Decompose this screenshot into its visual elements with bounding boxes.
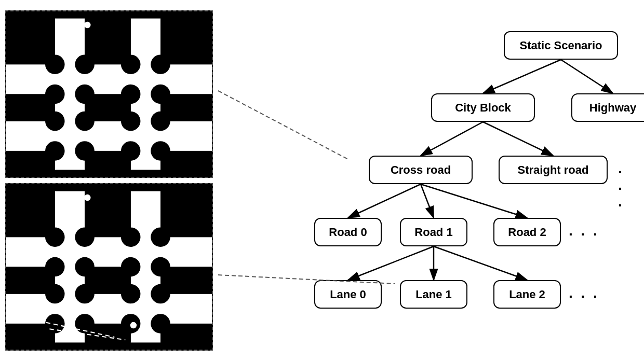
node-road0-label: Road 0 (329, 226, 367, 239)
svg-point-61 (84, 195, 91, 201)
svg-point-44 (45, 257, 65, 277)
node-lane2: Lane 2 (493, 280, 561, 309)
node-highway: Highway (571, 93, 644, 122)
svg-line-71 (421, 184, 434, 218)
svg-line-69 (483, 122, 553, 156)
svg-point-39 (75, 227, 95, 247)
node-lane2-label: Lane 2 (509, 288, 545, 301)
svg-line-68 (421, 122, 483, 156)
svg-point-37 (45, 227, 65, 247)
svg-point-53 (151, 284, 170, 304)
dots-level4-label: · · · (569, 288, 599, 304)
node-city-block: City Block (431, 93, 535, 122)
svg-rect-41 (160, 191, 212, 238)
node-city-block-label: City Block (455, 101, 511, 115)
svg-point-14 (45, 112, 65, 131)
node-road0: Road 0 (314, 218, 382, 246)
svg-point-48 (121, 257, 141, 277)
right-panel: Static Scenario City Block Highway Cross… (223, 0, 644, 361)
dots-level3-label: · · · (569, 226, 599, 242)
svg-point-17 (121, 85, 141, 104)
svg-point-13 (45, 85, 65, 104)
svg-line-75 (434, 246, 527, 280)
svg-rect-36 (6, 191, 55, 238)
svg-point-9 (121, 54, 141, 74)
node-lane0: Lane 0 (314, 280, 382, 309)
svg-rect-10 (160, 19, 212, 65)
left-panel (0, 0, 223, 361)
node-static-scenario-label: Static Scenario (520, 39, 602, 52)
city-image-bottom (5, 183, 213, 351)
svg-point-8 (75, 54, 95, 74)
node-road1: Road 1 (400, 218, 467, 246)
svg-point-18 (75, 112, 95, 131)
svg-line-70 (348, 184, 421, 218)
node-highway-label: Highway (589, 101, 636, 115)
svg-rect-33 (6, 294, 212, 324)
svg-point-16 (75, 85, 95, 104)
svg-point-6 (45, 54, 65, 74)
svg-line-72 (421, 184, 527, 218)
node-cross-road-label: Cross road (391, 163, 451, 177)
svg-point-24 (45, 141, 65, 161)
node-lane1-label: Lane 1 (415, 288, 452, 301)
node-road2: Road 2 (493, 218, 561, 246)
svg-point-60 (151, 314, 170, 334)
svg-point-27 (121, 141, 141, 161)
svg-point-30 (84, 22, 91, 29)
svg-line-66 (483, 60, 561, 93)
svg-line-67 (561, 60, 613, 93)
svg-point-11 (151, 54, 170, 74)
svg-rect-5 (6, 19, 55, 65)
svg-point-47 (75, 257, 95, 277)
svg-point-49 (75, 284, 95, 304)
svg-rect-2 (6, 121, 212, 151)
svg-point-21 (151, 85, 170, 104)
svg-point-19 (121, 112, 141, 131)
node-static-scenario: Static Scenario (504, 31, 618, 60)
dots-level3: · · · (569, 226, 599, 243)
svg-rect-1 (6, 64, 212, 94)
svg-rect-7 (85, 19, 131, 65)
node-straight-road-label: Straight road (518, 163, 589, 177)
svg-rect-32 (6, 237, 212, 267)
svg-point-42 (151, 227, 170, 247)
main-container: Static Scenario City Block Highway Cross… (0, 0, 644, 361)
svg-point-45 (45, 284, 65, 304)
svg-point-64 (130, 322, 137, 329)
tree-container: Static Scenario City Block Highway Cross… (229, 10, 634, 351)
node-road2-label: Road 2 (508, 226, 546, 239)
svg-point-26 (75, 141, 95, 161)
node-cross-road: Cross road (369, 156, 473, 184)
dots-level2-label: · · · (618, 164, 624, 213)
svg-point-29 (151, 141, 170, 161)
svg-point-50 (121, 284, 141, 304)
dots-level4: · · · (569, 288, 599, 305)
node-road1-label: Road 1 (414, 226, 452, 239)
dots-level2: · · · (618, 164, 634, 214)
svg-point-40 (121, 227, 141, 247)
svg-point-22 (151, 112, 170, 131)
node-lane0-label: Lane 0 (330, 288, 366, 301)
svg-point-55 (45, 314, 65, 334)
city-image-top (5, 10, 213, 178)
node-lane1: Lane 1 (400, 280, 467, 309)
svg-line-73 (348, 246, 434, 280)
svg-rect-38 (85, 191, 131, 238)
node-straight-road: Straight road (499, 156, 608, 184)
svg-point-52 (151, 257, 170, 277)
